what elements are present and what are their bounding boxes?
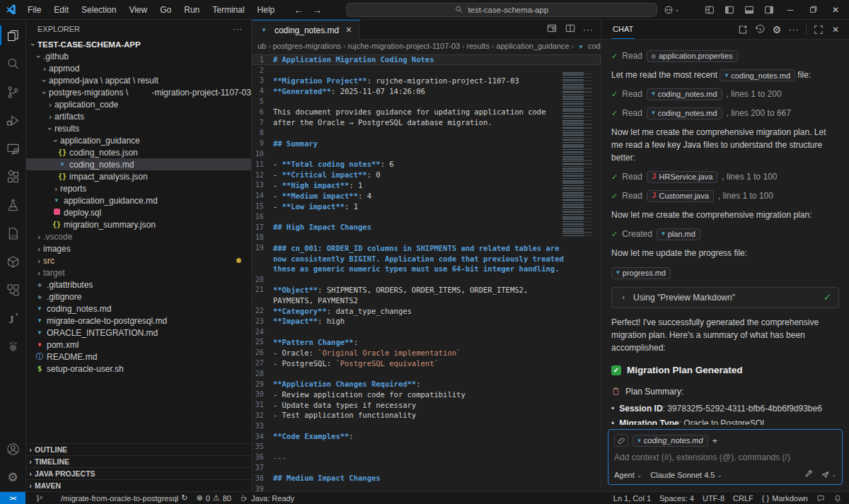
section-java-projects[interactable]: ›JAVA PROJECTS [26, 467, 251, 479]
tree-item-src[interactable]: ›src [26, 254, 251, 266]
chat-tab[interactable]: CHAT [611, 20, 635, 39]
tree-item-postgres-migrations[interactable]: ›postgres-migrations \ -migration-projec… [26, 86, 251, 98]
eol-item[interactable]: CRLF [729, 494, 758, 503]
forward-button[interactable]: → [309, 4, 325, 16]
tree-item-application-guidance[interactable]: ›application_guidance [26, 134, 251, 146]
activity-accounts-icon[interactable] [0, 435, 25, 463]
java-status-item[interactable]: Java: Ready [236, 492, 299, 504]
tool-call-row[interactable]: ✓ReadJHRService.java, lines 1 to 100 [611, 170, 839, 183]
breadcrumb-item-ub[interactable]: ub [258, 42, 266, 50]
agent-mode-dropdown[interactable]: Agent⌄ [614, 471, 642, 479]
tree-item-reports[interactable]: ›reports [26, 182, 251, 194]
send-button[interactable]: ⌄ [821, 470, 836, 479]
copilot-menu-button[interactable]: ⌄ [663, 4, 680, 16]
add-context-button[interactable]: + [712, 435, 718, 446]
breadcrumb-item-results[interactable]: results [467, 42, 490, 50]
activity-settings-gear-icon[interactable]: ⚙ [0, 463, 25, 491]
context-file-chip[interactable]: ▼ coding_notes.md [633, 435, 708, 447]
activity-output-log-icon[interactable]: LOG [0, 219, 25, 247]
remote-indicator[interactable]: >< [0, 492, 25, 504]
activity-testing-icon[interactable] [0, 191, 25, 219]
maximize-panel-button[interactable] [811, 22, 826, 37]
tool-collapse-box[interactable]: ›Using "Preview Markdown"✓ [611, 287, 839, 308]
feedback-button[interactable] [812, 494, 829, 503]
editor-more-actions-button[interactable]: ··· [583, 25, 594, 35]
encoding-item[interactable]: UTF-8 [698, 494, 729, 503]
toggle-panel-button[interactable] [740, 1, 758, 18]
tree-item-readme-md[interactable]: ⓘREADME.md [26, 351, 251, 363]
editor-content[interactable]: 1# Application Migration Coding Notes2 3… [252, 52, 601, 491]
tool-call-row[interactable]: ✓Read▼coding_notes.md, lines 1 to 200 [611, 88, 839, 100]
activity-containers-icon[interactable] [0, 247, 25, 276]
tree-item-coding-notes-json[interactable]: {}coding_notes.json [26, 146, 251, 158]
problems-item[interactable]: ⊗0 ⚠80 [192, 492, 236, 504]
activity-run-and-debug-icon[interactable] [0, 106, 25, 134]
menu-go[interactable]: Go [154, 0, 178, 20]
chat-settings-gear-icon[interactable]: ⚙ [769, 22, 785, 37]
file-chip-plan-md[interactable]: ▼plan.md [657, 228, 700, 240]
activity-explorer-icon[interactable] [0, 21, 25, 49]
tree-item-gitignore[interactable]: ◈.gitignore [26, 291, 251, 303]
menu-file[interactable]: File [21, 0, 47, 20]
activity-extensions-icon[interactable] [0, 163, 25, 191]
sync-icon[interactable]: ↻ [181, 493, 187, 503]
tree-item-migration-summary-json[interactable]: {}migration_summary.json [26, 218, 251, 230]
tool-call-row[interactable]: ✓ReadJCustomer.java, lines 1 to 100 [611, 189, 839, 202]
tree-item-pom-xml[interactable]: ♦pom.xml [26, 339, 251, 351]
close-panel-button[interactable]: ✕ [828, 22, 843, 37]
tree-item-coding-notes-md[interactable]: ▼coding_notes.md [26, 158, 251, 170]
file-chip-application-properties[interactable]: ⚙application.properties [647, 50, 738, 62]
attach-context-button[interactable] [614, 434, 628, 447]
breadcrumb-item-rujche-migration-project-1107-03[interactable]: rujche-migration-project-1107-03 [347, 42, 460, 50]
back-button[interactable]: ← [291, 4, 306, 16]
explorer-more-button[interactable]: ··· [233, 25, 243, 33]
tree-item-application-guidance-md[interactable]: ▼application_guidance.md [26, 194, 251, 206]
activity-copilot-paw-icon[interactable] [0, 332, 25, 361]
minimap[interactable] [561, 72, 595, 236]
menu-terminal[interactable]: Terminal [206, 0, 250, 20]
configure-tools-button[interactable] [804, 469, 814, 480]
file-chip-hrservice-java[interactable]: JHRService.java [647, 171, 717, 183]
model-picker-dropdown[interactable]: Claude Sonnet 4.5⌄ [650, 471, 722, 479]
breadcrumb-item-coding-notes-md[interactable]: ▼coding_notes.md [576, 42, 601, 50]
menu-view[interactable]: View [122, 0, 154, 20]
tool-call-row[interactable]: ✓Read▼coding_notes.md, lines 200 to 667 [611, 107, 839, 119]
breadcrumb-item-application-guidance[interactable]: application_guidance [496, 42, 569, 50]
file-chip-customer-java[interactable]: JCustomer.java [647, 190, 714, 202]
chat-more-actions-button[interactable]: ··· [786, 22, 802, 37]
activity-remote-explorer-icon[interactable] [0, 134, 25, 163]
tree-item-appmod[interactable]: ›appmod [26, 62, 251, 74]
indentation-item[interactable]: Spaces: 4 [655, 494, 698, 503]
toggle-primary-sidebar-button[interactable] [720, 1, 739, 18]
restore-button[interactable] [802, 0, 824, 20]
open-preview-button[interactable] [546, 23, 558, 36]
tree-item-coding-notes-md[interactable]: ▼coding_notes.md [26, 303, 251, 315]
tree-item-deploy-sql[interactable]: deploy.sql [26, 206, 251, 218]
chat-input-box[interactable]: ▼ coding_notes.md + Add context (#), ext… [608, 429, 843, 485]
customize-layout-button[interactable] [700, 1, 719, 18]
activity-search-icon[interactable] [0, 49, 25, 78]
file-chip-coding-notes-md[interactable]: ▼coding_notes.md [647, 107, 722, 119]
section-timeline[interactable]: ›TIMELINE [26, 455, 251, 467]
tab-coding-notes[interactable]: ▼ coding_notes.md ✕ [252, 20, 360, 40]
close-window-button[interactable]: ✕ [825, 0, 846, 20]
file-chip-coding-notes-md[interactable]: ▼coding_notes.md [720, 69, 795, 81]
activity-java-icon[interactable]: J [0, 304, 25, 332]
git-branch-item[interactable]: /migrate-from-oracle-to-postgresql ↻ [31, 492, 192, 504]
close-tab-icon[interactable]: ✕ [345, 25, 352, 35]
menu-run[interactable]: Run [178, 0, 206, 20]
tree-item-artifacts[interactable]: ›artifacts [26, 110, 251, 122]
activity-project-manager-icon[interactable] [0, 276, 25, 304]
section-maven[interactable]: ›MAVEN [26, 479, 251, 491]
tree-item-impact-analysis-json[interactable]: {}impact_analysis.json [26, 170, 251, 182]
tree-item-test-case-schema-app[interactable]: ›TEST-CASE-SCHEMA-APP [26, 38, 251, 50]
tree-item-gitattributes[interactable]: ◈.gitattributes [26, 279, 251, 291]
activity-source-control-icon[interactable] [0, 78, 25, 106]
section-outline[interactable]: ›OUTLINE [26, 443, 251, 455]
minimize-button[interactable]: ─ [780, 0, 801, 20]
tree-item-oracle-integration-md[interactable]: ▼ORACLE_INTEGRATION.md [26, 327, 251, 339]
tree-item-target[interactable]: ›target [26, 266, 251, 279]
tree-item-application-code[interactable]: ›application_code [26, 98, 251, 110]
menu-help[interactable]: Help [251, 0, 282, 20]
tool-call-row[interactable]: ✓Read⚙application.properties [611, 49, 839, 62]
